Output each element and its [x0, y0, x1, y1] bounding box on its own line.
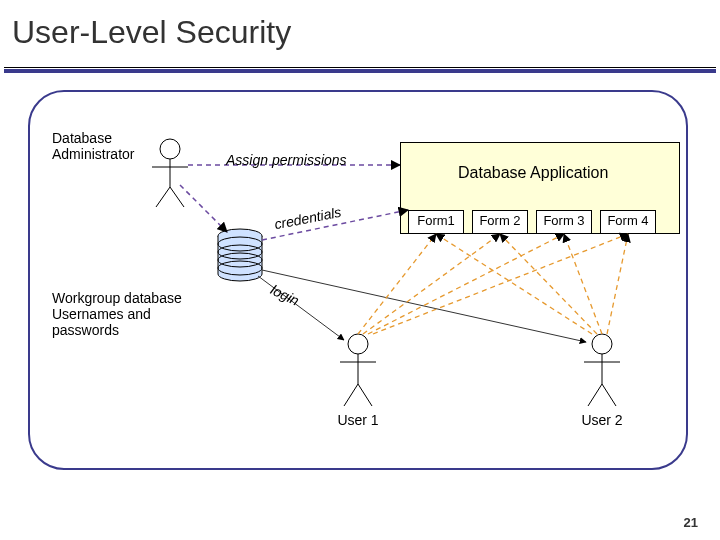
- database-cylinder-icon: [218, 229, 262, 281]
- dba-label-line1: Database: [52, 130, 112, 147]
- dba-stick-figure-icon: [152, 139, 188, 207]
- workgroup-label-line1: Workgroup database: [52, 290, 182, 307]
- svg-line-19: [602, 384, 616, 406]
- svg-line-4: [170, 187, 184, 207]
- svg-line-21: [363, 234, 500, 334]
- content-frame: Database Application Form1 Form 2 Form 3…: [28, 90, 688, 470]
- svg-point-10: [348, 334, 368, 354]
- user1-stick-figure-icon: [340, 334, 376, 406]
- svg-line-20: [358, 234, 436, 334]
- workgroup-label-line3: passwords: [52, 322, 119, 339]
- edge-login-user2: [262, 270, 586, 342]
- svg-line-14: [358, 384, 372, 406]
- user1-form-edges: [358, 234, 628, 334]
- svg-point-15: [592, 334, 612, 354]
- slide-title: User-Level Security: [4, 8, 716, 51]
- svg-line-3: [156, 187, 170, 207]
- user1-label: User 1: [336, 412, 380, 429]
- svg-line-23: [373, 234, 628, 334]
- title-underline: [4, 69, 716, 73]
- dba-label-line2: Administrator: [52, 146, 134, 163]
- user2-label: User 2: [580, 412, 624, 429]
- svg-point-0: [160, 139, 180, 159]
- user2-stick-figure-icon: [584, 334, 620, 406]
- svg-line-18: [588, 384, 602, 406]
- svg-line-13: [344, 384, 358, 406]
- svg-line-27: [607, 234, 628, 334]
- edge-label-assign-permissions: Assign permissions: [226, 152, 347, 169]
- title-bar: User-Level Security: [4, 8, 716, 68]
- edge-dba-to-db: [180, 185, 227, 232]
- slide: User-Level Security Database Application…: [0, 0, 720, 540]
- page-number: 21: [684, 515, 698, 530]
- workgroup-label-line2: Usernames and: [52, 306, 151, 323]
